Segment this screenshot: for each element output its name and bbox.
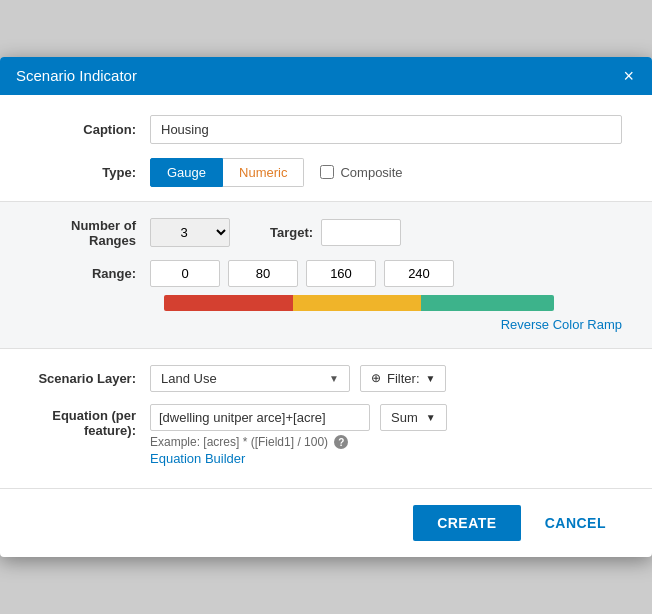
scenario-layer-label: Scenario Layer: [30, 371, 150, 386]
close-button[interactable]: × [621, 67, 636, 85]
dialog-body: Caption: Type: Gauge Numeric Composite N… [0, 95, 652, 489]
scenario-layer-row: Scenario Layer: Land Use ▼ ⊕ Filter: ▼ [30, 365, 622, 392]
type-buttons: Gauge Numeric [150, 158, 304, 187]
type-label: Type: [30, 165, 150, 180]
equation-hint-text: Example: [acres] * ([Field1] / 100) [150, 435, 328, 449]
filter-dropdown-arrow-icon: ▼ [426, 373, 436, 384]
equation-row: Equation (per feature): Sum ▼ Example: [… [30, 404, 622, 467]
caption-input[interactable] [150, 115, 622, 144]
target-input[interactable] [321, 219, 401, 246]
dialog-footer: CREATE CANCEL [0, 488, 652, 557]
range-input-0[interactable] [150, 260, 220, 287]
gauge-button[interactable]: Gauge [150, 158, 223, 187]
range-input-1[interactable] [228, 260, 298, 287]
question-icon[interactable]: ? [334, 435, 348, 449]
sum-dropdown-arrow-icon: ▼ [426, 412, 436, 423]
filter-layers-icon: ⊕ [371, 371, 381, 385]
filter-label: Filter: [387, 371, 420, 386]
range-inputs [150, 260, 454, 287]
scenario-indicator-dialog: Scenario Indicator × Caption: Type: Gaug… [0, 57, 652, 558]
equation-row-inner: Sum ▼ [150, 404, 622, 431]
target-group: Target: [270, 219, 401, 246]
range-row: Range: [30, 260, 622, 287]
caption-label: Caption: [30, 122, 150, 137]
ranges-row: Number of Ranges 3 1 2 4 5 Target: [30, 218, 622, 248]
dialog-header: Scenario Indicator × [0, 57, 652, 95]
numeric-button[interactable]: Numeric [223, 158, 304, 187]
color-bar [164, 295, 554, 311]
cancel-button[interactable]: CANCEL [529, 505, 622, 541]
equation-label: Equation (per feature): [30, 404, 150, 438]
range-label: Range: [30, 266, 150, 281]
caption-row: Caption: [30, 115, 622, 144]
filter-button[interactable]: ⊕ Filter: ▼ [360, 365, 446, 392]
composite-label: Composite [340, 165, 402, 180]
equation-input[interactable] [150, 404, 370, 431]
gray-section: Number of Ranges 3 1 2 4 5 Target: Range… [0, 201, 652, 349]
layer-dropdown[interactable]: Land Use ▼ [150, 365, 350, 392]
range-input-2[interactable] [306, 260, 376, 287]
create-button[interactable]: CREATE [413, 505, 521, 541]
ranges-select[interactable]: 3 1 2 4 5 [150, 218, 230, 247]
equation-builder-link[interactable]: Equation Builder [150, 451, 622, 466]
color-ramp-row: Reverse Color Ramp [164, 295, 622, 332]
sum-dropdown[interactable]: Sum ▼ [380, 404, 447, 431]
equation-hint: Example: [acres] * ([Field1] / 100) ? [150, 435, 622, 450]
equation-content: Sum ▼ Example: [acres] * ([Field1] / 100… [150, 404, 622, 467]
layer-dropdown-arrow-icon: ▼ [329, 373, 339, 384]
range-input-3[interactable] [384, 260, 454, 287]
composite-checkbox-label[interactable]: Composite [320, 165, 402, 180]
target-label: Target: [270, 225, 313, 240]
ranges-label: Number of Ranges [30, 218, 150, 248]
composite-checkbox[interactable] [320, 165, 334, 179]
reverse-color-ramp-link[interactable]: Reverse Color Ramp [501, 317, 622, 332]
type-row: Type: Gauge Numeric Composite [30, 158, 622, 187]
sum-label: Sum [391, 410, 418, 425]
layer-dropdown-value: Land Use [161, 371, 217, 386]
dialog-title: Scenario Indicator [16, 67, 137, 84]
